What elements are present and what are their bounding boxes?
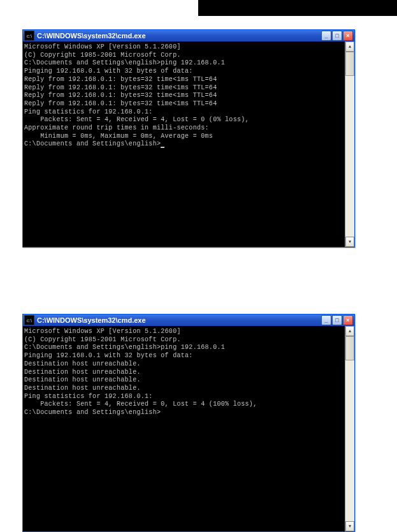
cmd-window-success: c:\ C:\WINDOWS\system32\cmd.exe _ □ × Mi…: [22, 29, 355, 248]
vertical-scrollbar[interactable]: ▲ ▼: [345, 41, 354, 247]
console-line: C:\Documents and Settings\english>ping 1…: [24, 344, 343, 352]
console-line: (C) Copyright 1985-2001 Microsoft Corp.: [24, 52, 343, 60]
console-line: Pinging 192.168.0.1 with 32 bytes of dat…: [24, 68, 343, 76]
console-line: Microsoft Windows XP [Version 5.1.2600]: [24, 328, 343, 336]
close-button[interactable]: ×: [343, 315, 353, 325]
console-line: Microsoft Windows XP [Version 5.1.2600]: [24, 43, 343, 52]
console-line: Destination host unreachable.: [24, 385, 343, 393]
console-line: Reply from 192.168.0.1: bytes=32 time<1m…: [24, 92, 343, 100]
console-body: Microsoft Windows XP [Version 5.1.2600](…: [23, 41, 354, 247]
scroll-up-button[interactable]: ▲: [345, 41, 354, 52]
minimize-button[interactable]: _: [321, 31, 331, 41]
window-controls: _ □ ×: [321, 31, 353, 41]
console-line: Destination host unreachable.: [24, 360, 343, 369]
console-output[interactable]: Microsoft Windows XP [Version 5.1.2600](…: [23, 41, 345, 247]
maximize-button[interactable]: □: [332, 315, 342, 325]
console-line: Ping statistics for 192.168.0.1:: [24, 108, 343, 117]
window-title: C:\WINDOWS\system32\cmd.exe: [37, 32, 321, 40]
console-line: Reply from 192.168.0.1: bytes=32 time<1m…: [24, 100, 343, 108]
scroll-up-button[interactable]: ▲: [345, 326, 354, 336]
scroll-track[interactable]: [345, 52, 354, 237]
cmd-window-fail: c:\ C:\WINDOWS\system32\cmd.exe _ □ × Mi…: [22, 314, 355, 532]
scroll-thumb[interactable]: [345, 336, 354, 360]
console-line: C:\Documents and Settings\english>ping 1…: [24, 59, 343, 68]
cmd-icon: c:\: [24, 31, 34, 41]
console-line: C:\Documents and Settings\english>: [24, 140, 343, 149]
scroll-track[interactable]: [345, 336, 354, 521]
console-line: Pinging 192.168.0.1 with 32 bytes of dat…: [24, 352, 343, 360]
console-line: Reply from 192.168.0.1: bytes=32 time<1m…: [24, 84, 343, 92]
scroll-down-button[interactable]: ▼: [345, 521, 354, 531]
console-line: Destination host unreachable.: [24, 369, 343, 377]
console-line: Minimum = 0ms, Maximum = 0ms, Average = …: [24, 133, 343, 141]
window-title: C:\WINDOWS\system32\cmd.exe: [37, 316, 321, 324]
titlebar[interactable]: c:\ C:\WINDOWS\system32\cmd.exe _ □ ×: [23, 30, 354, 41]
text-cursor: [161, 147, 164, 148]
console-line: C:\Documents and Settings\english>: [24, 409, 343, 417]
console-body: Microsoft Windows XP [Version 5.1.2600](…: [23, 326, 354, 531]
vertical-scrollbar[interactable]: ▲ ▼: [345, 326, 354, 531]
scroll-down-button[interactable]: ▼: [345, 237, 354, 247]
maximize-button[interactable]: □: [332, 31, 342, 41]
console-line: Destination host unreachable.: [24, 376, 343, 385]
console-line: Packets: Sent = 4, Received = 4, Lost = …: [24, 116, 343, 124]
console-line: Reply from 192.168.0.1: bytes=32 time<1m…: [24, 76, 343, 84]
minimize-button[interactable]: _: [321, 315, 331, 325]
scroll-thumb[interactable]: [345, 52, 354, 76]
window-controls: _ □ ×: [321, 315, 353, 325]
titlebar[interactable]: c:\ C:\WINDOWS\system32\cmd.exe _ □ ×: [23, 314, 354, 326]
console-line: Packets: Sent = 4, Received = 0, Lost = …: [24, 401, 343, 409]
console-output[interactable]: Microsoft Windows XP [Version 5.1.2600](…: [23, 326, 345, 531]
page-header-dark-block: [198, 0, 397, 16]
close-button[interactable]: ×: [343, 31, 353, 41]
console-line: (C) Copyright 1985-2001 Microsoft Corp.: [24, 336, 343, 344]
console-line: Approximate round trip times in milli-se…: [24, 124, 343, 133]
console-line: Ping statistics for 192.168.0.1:: [24, 393, 343, 401]
cmd-icon: c:\: [24, 315, 34, 325]
